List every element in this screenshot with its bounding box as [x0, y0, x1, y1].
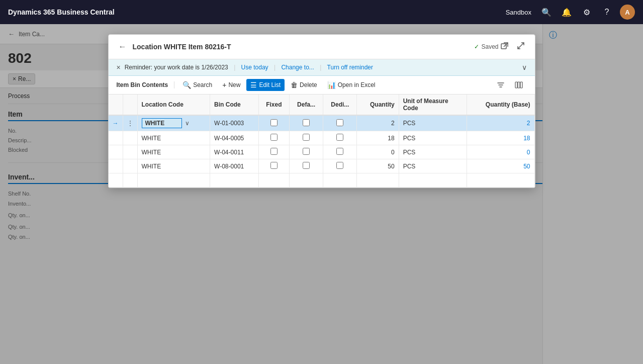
- checkbox-dedicated[interactable]: [336, 148, 343, 155]
- modal-popout-button[interactable]: [499, 40, 511, 54]
- table-header-row: Location Code Bin Code Fixed Defa... Ded…: [109, 95, 535, 115]
- modal-expand-button[interactable]: [515, 40, 527, 54]
- col-indicator: [109, 95, 123, 115]
- cell-bin-code[interactable]: W-04-0011: [210, 145, 259, 159]
- cell-bin-code[interactable]: W-01-0003: [210, 115, 259, 131]
- checkbox-fixed[interactable]: [270, 119, 278, 126]
- cell-default: [289, 159, 323, 173]
- table-row[interactable]: →⋮ ∨ W-01-00032PCS2: [109, 115, 535, 131]
- checkbox-default[interactable]: [303, 134, 310, 141]
- cell-dedicated: [323, 131, 357, 145]
- reminder-banner: × Reminder: your work date is 1/26/2023 …: [109, 59, 535, 76]
- modal-title: Location WHITE Item 80216-T: [133, 43, 475, 51]
- columns-icon: [515, 81, 523, 89]
- checkbox-default[interactable]: [303, 119, 310, 126]
- cell-qty-base[interactable]: 50: [467, 159, 534, 173]
- col-location-code: Location Code: [137, 95, 210, 115]
- row-menu-button[interactable]: [123, 159, 137, 173]
- col-quantity: Quantity: [357, 95, 399, 115]
- edit-list-button[interactable]: ☰ Edit List: [246, 79, 285, 91]
- row-menu-button[interactable]: [123, 131, 137, 145]
- checkbox-fixed[interactable]: [270, 134, 278, 141]
- cell-location-code[interactable]: WHITE: [137, 145, 210, 159]
- checkbox-dedicated[interactable]: [336, 134, 343, 141]
- cell-default: [289, 145, 323, 159]
- nav-icons: 🔍 🔔 ⚙ ? A: [539, 5, 635, 20]
- checkbox-fixed[interactable]: [270, 148, 278, 155]
- avatar[interactable]: A: [620, 5, 635, 20]
- qty-base-link[interactable]: 2: [527, 120, 530, 127]
- checkbox-fixed[interactable]: [270, 162, 278, 169]
- cell-location-code[interactable]: WHITE: [137, 159, 210, 173]
- svg-line-3: [521, 43, 524, 46]
- modal-back-button[interactable]: ←: [117, 40, 129, 53]
- search-icon[interactable]: 🔍: [539, 5, 554, 19]
- modal-action-buttons: [499, 40, 527, 54]
- modal-header: ← Location WHITE Item 80216-T ✓ Saved: [109, 35, 535, 59]
- cell-location-code[interactable]: WHITE: [137, 131, 210, 145]
- filter-button[interactable]: [493, 79, 509, 91]
- table-row[interactable]: WHITEW-08-000150PCS50: [109, 159, 535, 173]
- cell-fixed: [258, 115, 289, 131]
- cell-qty-base[interactable]: 2: [467, 115, 534, 131]
- checkbox-default[interactable]: [303, 148, 310, 155]
- qty-base-link[interactable]: 0: [527, 149, 530, 156]
- delete-button[interactable]: 🗑 Delete: [287, 79, 321, 91]
- cell-uom-code: PCS: [399, 145, 467, 159]
- cell-bin-code[interactable]: W-04-0005: [210, 131, 259, 145]
- table-row[interactable]: WHITEW-04-00110PCS0: [109, 145, 535, 159]
- reminder-change-to-link[interactable]: Change to...: [281, 64, 314, 71]
- cell-qty-base[interactable]: 18: [467, 131, 534, 145]
- delete-icon: 🗑: [291, 81, 298, 89]
- row-menu-button[interactable]: [123, 145, 137, 159]
- location-code-dropdown[interactable]: ∨: [184, 119, 191, 128]
- cell-location-code[interactable]: ∨: [137, 115, 210, 131]
- reminder-close-button[interactable]: ×: [117, 63, 121, 71]
- svg-rect-5: [518, 82, 520, 88]
- reminder-text: Reminder: your work date is 1/26/2023: [125, 64, 228, 71]
- row-arrow-indicator: [109, 159, 123, 173]
- cell-qty-base[interactable]: 0: [467, 145, 534, 159]
- cell-quantity: 0: [357, 145, 399, 159]
- saved-label: Saved: [481, 43, 498, 50]
- reminder-use-today-link[interactable]: Use today: [241, 64, 268, 71]
- col-default: Defa...: [289, 95, 323, 115]
- row-menu-button[interactable]: ⋮: [123, 115, 137, 131]
- bell-icon[interactable]: 🔔: [560, 5, 574, 19]
- qty-base-link[interactable]: 18: [523, 135, 530, 142]
- svg-rect-4: [515, 82, 517, 88]
- columns-button[interactable]: [511, 79, 527, 91]
- gear-icon[interactable]: ⚙: [580, 5, 594, 19]
- app-brand: Dynamics 365 Business Central: [8, 8, 115, 16]
- search-button[interactable]: 🔍 Search: [178, 79, 216, 91]
- checkbox-dedicated[interactable]: [336, 162, 343, 169]
- toolbar-section-label: Item Bin Contents: [117, 81, 175, 88]
- search-label: Search: [193, 81, 212, 88]
- cell-dedicated: [323, 145, 357, 159]
- col-dedicated: Dedi...: [323, 95, 357, 115]
- reminder-turn-off-link[interactable]: Turn off reminder: [327, 64, 373, 71]
- svg-rect-6: [520, 82, 522, 88]
- checkbox-dedicated[interactable]: [336, 119, 343, 126]
- svg-line-1: [504, 43, 508, 47]
- help-icon[interactable]: ?: [600, 5, 614, 19]
- qty-base-link[interactable]: 50: [523, 163, 530, 170]
- row-arrow-indicator: [109, 145, 123, 159]
- table-row[interactable]: WHITEW-04-000518PCS18: [109, 131, 535, 145]
- new-button[interactable]: + New: [218, 79, 244, 91]
- col-fixed: Fixed: [258, 95, 289, 115]
- open-excel-button[interactable]: 📊 Open in Excel: [323, 79, 380, 91]
- cell-quantity: 18: [357, 131, 399, 145]
- modal-toolbar: Item Bin Contents 🔍 Search + New ☰ Edit …: [109, 76, 535, 95]
- excel-icon: 📊: [327, 81, 336, 89]
- checkbox-default[interactable]: [303, 162, 310, 169]
- new-label: New: [228, 81, 240, 88]
- cell-dedicated: [323, 115, 357, 131]
- svg-line-2: [518, 46, 521, 49]
- top-navigation: Dynamics 365 Business Central Sandbox 🔍 …: [0, 0, 643, 24]
- expand-icon: [517, 42, 525, 50]
- cell-bin-code[interactable]: W-08-0001: [210, 159, 259, 173]
- background-page: ← Item Ca... 802 × Re... Process Item No…: [0, 24, 643, 364]
- reminder-expand-button[interactable]: ∨: [522, 63, 527, 71]
- location-code-input[interactable]: [142, 118, 182, 128]
